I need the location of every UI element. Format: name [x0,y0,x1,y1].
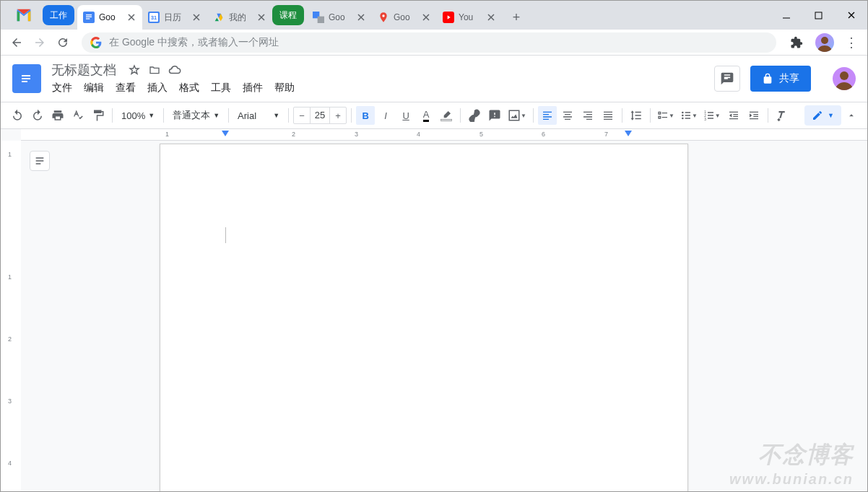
chrome-menu-button[interactable]: ⋮ [841,35,862,50]
menu-view[interactable]: 查看 [110,80,141,96]
docs-header: 无标题文档 文件 编辑 查看 插入 格式 工具 插件 帮助 [1,56,867,102]
docs-logo-icon[interactable] [12,64,41,93]
outline-toggle-button[interactable] [30,151,50,171]
browser-tab-strip: 工作 Goo 31 日历 我的 课程 Goo Goo Yo [1,1,867,30]
tab-title: Goo [329,12,352,22]
svg-rect-2 [86,17,92,17]
menu-tools[interactable]: 工具 [206,80,236,96]
vertical-ruler[interactable]: 1 1 2 3 4 [1,141,21,491]
menu-addons[interactable]: 插件 [238,80,268,96]
svg-rect-17 [440,119,452,120]
text-color-button[interactable]: A [417,106,435,125]
move-icon[interactable] [148,63,161,76]
svg-rect-1 [86,14,92,15]
tab-maps[interactable]: Goo [372,5,437,30]
collapse-toolbar-button[interactable] [843,107,860,124]
insert-link-button[interactable] [465,106,484,125]
ruler-tick: 1 [165,131,169,138]
tab-translate[interactable]: Goo [307,5,372,30]
tab-title: Goo [99,12,122,22]
decrease-indent-button[interactable] [724,106,743,125]
undo-button[interactable] [8,106,27,125]
cloud-status-icon[interactable] [168,63,181,76]
maximize-button[interactable] [802,1,835,30]
bold-button[interactable]: B [356,106,375,125]
close-window-button[interactable] [835,1,867,30]
align-justify-button[interactable] [599,106,617,125]
zoom-select[interactable]: 100%▼ [117,110,159,121]
tab-drive[interactable]: 我的 [207,5,272,30]
highlight-button[interactable] [437,106,456,125]
close-icon[interactable] [256,12,266,22]
drive-favicon-icon [213,12,225,23]
clear-formatting-button[interactable] [773,106,791,125]
tab-group-course[interactable]: 课程 [272,5,304,25]
tab-calendar[interactable]: 31 日历 [142,5,207,30]
paint-format-button[interactable] [89,106,108,125]
docs-favicon-icon [83,12,95,23]
redo-button[interactable] [28,106,47,125]
increase-indent-button[interactable] [745,106,763,125]
align-right-button[interactable] [578,106,597,125]
underline-button[interactable]: U [396,106,415,125]
insert-image-button[interactable]: ▼ [505,106,529,125]
print-button[interactable] [48,106,67,125]
minimize-button[interactable] [770,1,802,30]
svg-point-9 [382,14,384,17]
comments-button[interactable] [714,66,740,92]
close-icon[interactable] [486,12,496,22]
bulleted-list-button[interactable]: ▼ [678,106,700,125]
editing-mode-button[interactable]: ▼ [804,105,841,126]
reload-button[interactable] [53,32,73,53]
tab-google-docs[interactable]: Goo [77,5,142,30]
forward-button[interactable] [30,32,50,53]
menu-help[interactable]: 帮助 [269,80,300,96]
omnibox-placeholder: 在 Google 中搜索，或者输入一个网址 [109,36,279,49]
close-icon[interactable] [356,12,366,22]
close-icon[interactable] [126,12,136,22]
tab-group-work[interactable]: 工作 [43,5,74,25]
font-select[interactable]: Arial▼ [233,110,284,121]
checklist-button[interactable]: ▼ [655,106,677,125]
line-spacing-button[interactable] [627,106,646,125]
svg-point-16 [840,71,849,80]
profile-avatar[interactable] [815,33,834,52]
document-page[interactable] [160,144,688,491]
menu-edit[interactable]: 编辑 [79,80,109,96]
left-indent-marker[interactable] [222,131,229,136]
increase-font-button[interactable]: + [330,110,346,121]
close-icon[interactable] [421,12,431,22]
document-title[interactable]: 无标题文档 [47,61,121,79]
share-button[interactable]: 共享 [750,66,811,92]
document-canvas: 1 2 3 4 5 6 7 1 1 2 3 4 [1,129,867,491]
horizontal-ruler[interactable]: 1 2 3 4 5 6 7 [21,129,867,141]
align-center-button[interactable] [558,106,577,125]
omnibox[interactable]: 在 Google 中搜索，或者输入一个网址 [82,32,776,53]
vruler-tick: 2 [8,335,12,343]
account-avatar[interactable] [833,67,856,90]
insert-comment-button[interactable] [485,106,504,125]
ruler-tick: 5 [479,131,483,138]
back-button[interactable] [6,32,27,53]
spellcheck-button[interactable] [69,106,87,125]
italic-button[interactable]: I [376,106,395,125]
align-left-button[interactable] [538,106,557,125]
close-icon[interactable] [191,12,201,22]
menu-format[interactable]: 格式 [174,80,204,96]
menu-file[interactable]: 文件 [47,80,77,96]
svg-text:31: 31 [151,14,157,21]
tab-youtube[interactable]: You [437,5,502,30]
numbered-list-button[interactable]: 123▼ [701,106,723,125]
menu-bar: 文件 编辑 查看 插入 格式 工具 插件 帮助 [47,79,708,97]
extensions-button[interactable] [788,34,805,51]
svg-rect-18 [509,110,519,120]
decrease-font-button[interactable]: − [294,110,310,121]
font-size-value[interactable]: 25 [310,107,330,123]
font-size-stepper[interactable]: − 25 + [293,107,347,124]
menu-insert[interactable]: 插入 [142,80,173,96]
toolbar: 100%▼ 普通文本▼ Arial▼ − 25 + B I U A ▼ ▼ ▼ … [1,102,867,129]
new-tab-button[interactable]: + [506,7,526,27]
right-indent-marker[interactable] [625,131,632,136]
star-icon[interactable] [128,63,141,76]
paragraph-style-select[interactable]: 普通文本▼ [168,109,224,122]
